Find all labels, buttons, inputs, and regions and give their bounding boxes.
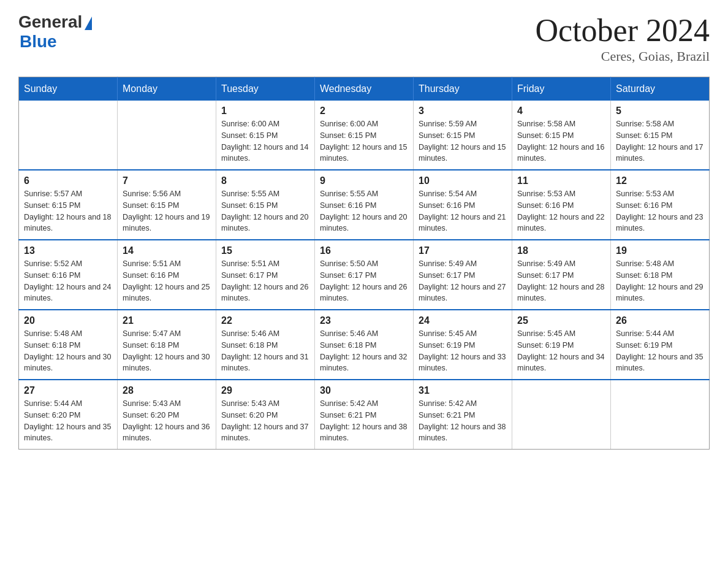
day-cell: 16Sunrise: 5:50 AMSunset: 6:17 PMDayligh… bbox=[315, 240, 414, 310]
day-info: Sunrise: 5:53 AMSunset: 6:16 PMDaylight:… bbox=[616, 188, 704, 234]
header-cell-saturday: Saturday bbox=[611, 77, 710, 101]
day-number: 18 bbox=[517, 245, 605, 256]
day-cell bbox=[118, 101, 216, 170]
day-number: 12 bbox=[616, 175, 704, 186]
day-cell: 31Sunrise: 5:42 AMSunset: 6:21 PMDayligh… bbox=[414, 380, 512, 450]
day-number: 19 bbox=[616, 245, 704, 256]
day-info: Sunrise: 5:43 AMSunset: 6:20 PMDaylight:… bbox=[221, 398, 309, 444]
day-info: Sunrise: 5:55 AMSunset: 6:15 PMDaylight:… bbox=[221, 188, 309, 234]
day-info: Sunrise: 5:48 AMSunset: 6:18 PMDaylight:… bbox=[24, 328, 112, 374]
day-cell: 4Sunrise: 5:58 AMSunset: 6:15 PMDaylight… bbox=[512, 101, 611, 170]
day-info: Sunrise: 5:59 AMSunset: 6:15 PMDaylight:… bbox=[419, 118, 507, 164]
day-number: 23 bbox=[320, 315, 408, 326]
day-cell: 22Sunrise: 5:46 AMSunset: 6:18 PMDayligh… bbox=[216, 310, 315, 380]
day-cell: 24Sunrise: 5:45 AMSunset: 6:19 PMDayligh… bbox=[414, 310, 512, 380]
day-info: Sunrise: 5:46 AMSunset: 6:18 PMDaylight:… bbox=[221, 328, 309, 374]
day-info: Sunrise: 5:58 AMSunset: 6:15 PMDaylight:… bbox=[517, 118, 605, 164]
day-info: Sunrise: 5:47 AMSunset: 6:18 PMDaylight:… bbox=[123, 328, 211, 374]
day-info: Sunrise: 5:42 AMSunset: 6:21 PMDaylight:… bbox=[320, 398, 408, 444]
header-cell-monday: Monday bbox=[118, 77, 216, 101]
day-info: Sunrise: 5:44 AMSunset: 6:19 PMDaylight:… bbox=[616, 328, 704, 374]
header-cell-sunday: Sunday bbox=[19, 77, 118, 101]
logo-general-text: General bbox=[18, 12, 82, 32]
day-number: 22 bbox=[221, 315, 309, 326]
logo: General bbox=[18, 12, 92, 32]
day-number: 7 bbox=[123, 175, 211, 186]
day-info: Sunrise: 5:53 AMSunset: 6:16 PMDaylight:… bbox=[517, 188, 605, 234]
day-number: 29 bbox=[221, 385, 309, 396]
week-row-3: 13Sunrise: 5:52 AMSunset: 6:16 PMDayligh… bbox=[19, 240, 710, 310]
day-info: Sunrise: 5:54 AMSunset: 6:16 PMDaylight:… bbox=[419, 188, 507, 234]
logo-area: General Blue bbox=[18, 12, 92, 52]
day-number: 11 bbox=[517, 175, 605, 186]
day-cell: 23Sunrise: 5:46 AMSunset: 6:18 PMDayligh… bbox=[315, 310, 414, 380]
calendar-table: SundayMondayTuesdayWednesdayThursdayFrid… bbox=[18, 77, 710, 450]
day-number: 15 bbox=[221, 245, 309, 256]
header-cell-tuesday: Tuesday bbox=[216, 77, 315, 101]
week-row-2: 6Sunrise: 5:57 AMSunset: 6:15 PMDaylight… bbox=[19, 170, 710, 240]
day-number: 2 bbox=[320, 105, 408, 117]
day-number: 30 bbox=[320, 385, 408, 396]
day-info: Sunrise: 6:00 AMSunset: 6:15 PMDaylight:… bbox=[320, 118, 408, 164]
day-number: 14 bbox=[123, 245, 211, 256]
day-info: Sunrise: 5:45 AMSunset: 6:19 PMDaylight:… bbox=[517, 328, 605, 374]
day-number: 17 bbox=[419, 245, 507, 256]
day-number: 31 bbox=[419, 385, 507, 396]
week-row-1: 1Sunrise: 6:00 AMSunset: 6:15 PMDaylight… bbox=[19, 101, 710, 170]
day-info: Sunrise: 5:51 AMSunset: 6:17 PMDaylight:… bbox=[221, 258, 309, 304]
day-cell: 12Sunrise: 5:53 AMSunset: 6:16 PMDayligh… bbox=[611, 170, 710, 240]
day-number: 5 bbox=[616, 105, 704, 117]
day-number: 10 bbox=[419, 175, 507, 186]
title-area: October 2024 Ceres, Goias, Brazil bbox=[536, 12, 710, 64]
day-info: Sunrise: 5:42 AMSunset: 6:21 PMDaylight:… bbox=[419, 398, 507, 444]
day-info: Sunrise: 5:58 AMSunset: 6:15 PMDaylight:… bbox=[616, 118, 704, 164]
day-cell: 25Sunrise: 5:45 AMSunset: 6:19 PMDayligh… bbox=[512, 310, 611, 380]
header-row: SundayMondayTuesdayWednesdayThursdayFrid… bbox=[19, 77, 710, 101]
week-row-4: 20Sunrise: 5:48 AMSunset: 6:18 PMDayligh… bbox=[19, 310, 710, 380]
day-number: 20 bbox=[24, 315, 112, 326]
day-number: 9 bbox=[320, 175, 408, 186]
logo-triangle-icon bbox=[85, 17, 92, 30]
day-number: 6 bbox=[24, 175, 112, 186]
header-cell-thursday: Thursday bbox=[414, 77, 512, 101]
day-info: Sunrise: 5:49 AMSunset: 6:17 PMDaylight:… bbox=[517, 258, 605, 304]
day-info: Sunrise: 5:50 AMSunset: 6:17 PMDaylight:… bbox=[320, 258, 408, 304]
day-cell: 8Sunrise: 5:55 AMSunset: 6:15 PMDaylight… bbox=[216, 170, 315, 240]
day-number: 28 bbox=[123, 385, 211, 396]
day-number: 27 bbox=[24, 385, 112, 396]
day-number: 4 bbox=[517, 105, 605, 117]
day-cell: 30Sunrise: 5:42 AMSunset: 6:21 PMDayligh… bbox=[315, 380, 414, 450]
day-number: 13 bbox=[24, 245, 112, 256]
day-info: Sunrise: 5:55 AMSunset: 6:16 PMDaylight:… bbox=[320, 188, 408, 234]
day-cell: 9Sunrise: 5:55 AMSunset: 6:16 PMDaylight… bbox=[315, 170, 414, 240]
day-number: 8 bbox=[221, 175, 309, 186]
location-title: Ceres, Goias, Brazil bbox=[536, 48, 710, 64]
day-cell: 3Sunrise: 5:59 AMSunset: 6:15 PMDaylight… bbox=[414, 101, 512, 170]
day-info: Sunrise: 5:48 AMSunset: 6:18 PMDaylight:… bbox=[616, 258, 704, 304]
day-cell: 5Sunrise: 5:58 AMSunset: 6:15 PMDaylight… bbox=[611, 101, 710, 170]
day-info: Sunrise: 6:00 AMSunset: 6:15 PMDaylight:… bbox=[221, 118, 309, 164]
day-cell: 11Sunrise: 5:53 AMSunset: 6:16 PMDayligh… bbox=[512, 170, 611, 240]
month-title: October 2024 bbox=[536, 12, 710, 48]
day-number: 26 bbox=[616, 315, 704, 326]
day-cell bbox=[512, 380, 611, 450]
day-number: 1 bbox=[221, 105, 309, 117]
day-info: Sunrise: 5:56 AMSunset: 6:15 PMDaylight:… bbox=[123, 188, 211, 234]
day-info: Sunrise: 5:49 AMSunset: 6:17 PMDaylight:… bbox=[419, 258, 507, 304]
day-number: 21 bbox=[123, 315, 211, 326]
day-info: Sunrise: 5:44 AMSunset: 6:20 PMDaylight:… bbox=[24, 398, 112, 444]
logo-blue-text: Blue bbox=[20, 32, 57, 52]
day-cell: 20Sunrise: 5:48 AMSunset: 6:18 PMDayligh… bbox=[19, 310, 118, 380]
day-cell: 15Sunrise: 5:51 AMSunset: 6:17 PMDayligh… bbox=[216, 240, 315, 310]
header-cell-friday: Friday bbox=[512, 77, 611, 101]
day-cell: 7Sunrise: 5:56 AMSunset: 6:15 PMDaylight… bbox=[118, 170, 216, 240]
day-info: Sunrise: 5:52 AMSunset: 6:16 PMDaylight:… bbox=[24, 258, 112, 304]
day-cell: 17Sunrise: 5:49 AMSunset: 6:17 PMDayligh… bbox=[414, 240, 512, 310]
day-cell: 21Sunrise: 5:47 AMSunset: 6:18 PMDayligh… bbox=[118, 310, 216, 380]
day-cell: 26Sunrise: 5:44 AMSunset: 6:19 PMDayligh… bbox=[611, 310, 710, 380]
day-cell: 2Sunrise: 6:00 AMSunset: 6:15 PMDaylight… bbox=[315, 101, 414, 170]
day-cell: 27Sunrise: 5:44 AMSunset: 6:20 PMDayligh… bbox=[19, 380, 118, 450]
day-cell: 29Sunrise: 5:43 AMSunset: 6:20 PMDayligh… bbox=[216, 380, 315, 450]
header: General Blue October 2024 Ceres, Goias, … bbox=[18, 12, 710, 64]
day-cell: 13Sunrise: 5:52 AMSunset: 6:16 PMDayligh… bbox=[19, 240, 118, 310]
